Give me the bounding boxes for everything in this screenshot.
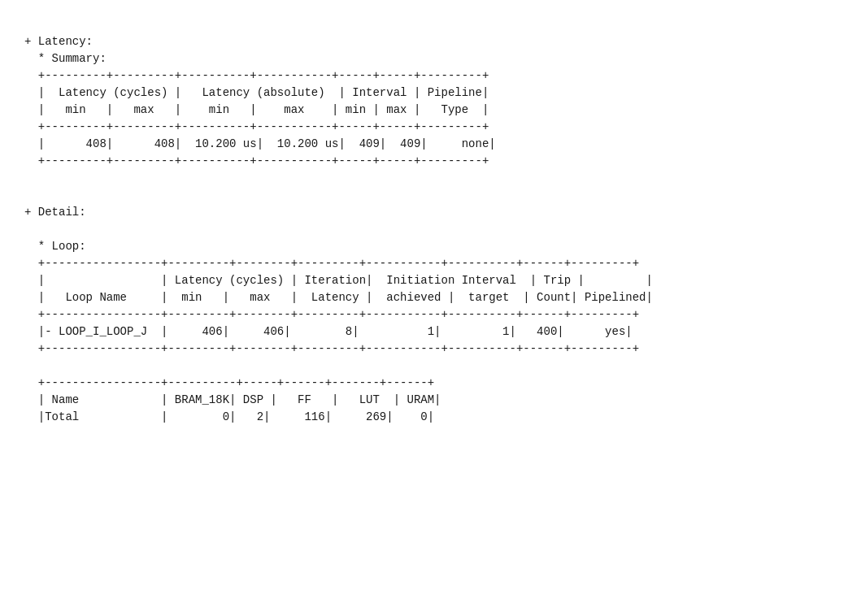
latency-section-header: + Latency: * Summary: +---------+-------… [24, 35, 653, 423]
report-content: + Latency: * Summary: +---------+-------… [24, 16, 837, 426]
